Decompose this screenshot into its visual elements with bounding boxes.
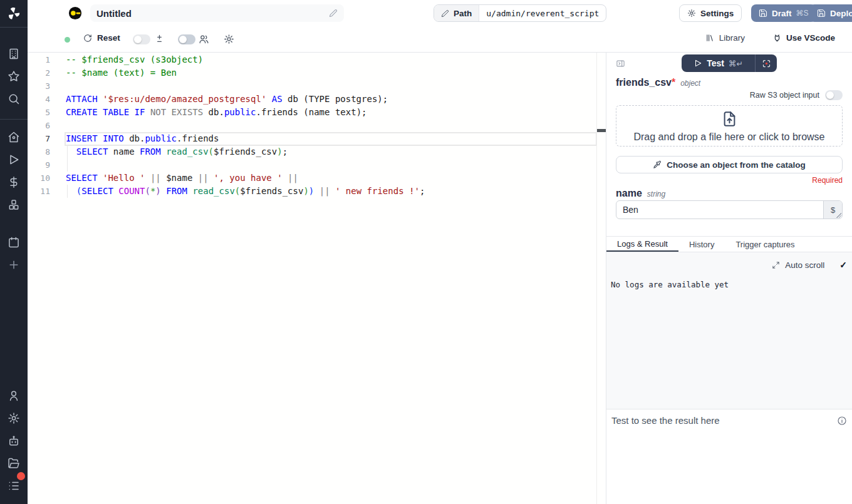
line-number: 1 bbox=[28, 53, 50, 66]
windmill-logo-icon bbox=[7, 7, 21, 21]
sidebar-logo[interactable] bbox=[0, 0, 28, 28]
sidebar-divider bbox=[0, 119, 28, 120]
edit-title-pencil-icon[interactable] bbox=[329, 9, 338, 18]
choose-object-label: Choose an object from the catalog bbox=[667, 160, 805, 170]
dropzone-text: Drag and drop a file here or click to br… bbox=[633, 131, 824, 143]
sidebar-item-dollar[interactable] bbox=[0, 171, 28, 193]
code-line-11[interactable]: 11 (SELECT COUNT(*) FROM read_csv($frien… bbox=[28, 185, 606, 198]
use-vscode-button[interactable]: Use VScode bbox=[772, 33, 835, 43]
pipette-icon bbox=[653, 160, 662, 169]
autoscroll-toggle[interactable]: Auto scroll ✓ bbox=[772, 260, 847, 270]
settings-button[interactable]: Settings bbox=[679, 4, 742, 22]
line-number: 5 bbox=[28, 106, 50, 119]
required-star: * bbox=[672, 77, 675, 88]
code-line-2[interactable]: 2-- $name (text) = Ben bbox=[28, 66, 606, 80]
tab-history[interactable]: History bbox=[678, 237, 725, 252]
code-line-3[interactable]: 3 bbox=[28, 80, 606, 93]
sidebar-item-gear[interactable] bbox=[0, 407, 28, 429]
refresh-icon bbox=[83, 34, 92, 43]
sidebar-item-plus[interactable] bbox=[0, 254, 28, 276]
panel-open-icon[interactable] bbox=[616, 59, 625, 68]
sidebar-item-home[interactable] bbox=[0, 126, 28, 148]
app-window: Untitled Path u/admin/reverent_script Se… bbox=[0, 0, 852, 504]
code-line-10[interactable]: 10SELECT 'Hello ' || $name || ', you hav… bbox=[28, 172, 606, 185]
line-number: 3 bbox=[28, 80, 50, 93]
code-line-9[interactable]: 9 bbox=[28, 158, 606, 172]
calendar-icon bbox=[8, 236, 20, 249]
users-icon bbox=[199, 34, 209, 44]
plus-minus-icon bbox=[154, 34, 165, 44]
sidebar-item-user[interactable] bbox=[0, 384, 28, 407]
multiplayer-toggle[interactable] bbox=[178, 34, 195, 44]
code-line-1[interactable]: 1-- $friends_csv (s3object) bbox=[28, 53, 606, 66]
result-placeholder: Test to see the result here bbox=[611, 415, 720, 426]
sidebar-item-calendar[interactable] bbox=[0, 231, 28, 254]
sidebar-item-search[interactable] bbox=[0, 88, 28, 110]
vscode-icon bbox=[772, 33, 782, 43]
line-number: 6 bbox=[28, 119, 50, 132]
choose-object-button[interactable]: Choose an object from the catalog bbox=[616, 156, 843, 173]
code-editor[interactable]: 1-- $friends_csv (s3object)2-- $name (te… bbox=[28, 53, 606, 504]
code-line-5[interactable]: 5CREATE TABLE IF NOT EXISTS db.public.fr… bbox=[28, 106, 606, 119]
name-input-value[interactable]: Ben bbox=[616, 201, 823, 219]
file-dropzone[interactable]: Drag and drop a file here or click to br… bbox=[616, 105, 843, 147]
editor-toolbar: Reset Library Use VScode bbox=[28, 26, 852, 53]
indent-guide bbox=[67, 145, 68, 158]
capture-icon bbox=[762, 59, 771, 68]
search-icon bbox=[8, 93, 20, 105]
editor-settings-gear-icon[interactable] bbox=[224, 34, 234, 44]
tab-trigger-captures[interactable]: Trigger captures bbox=[725, 237, 805, 252]
sidebar-item-building[interactable] bbox=[0, 43, 28, 65]
sidebar-item-boxes[interactable] bbox=[0, 193, 28, 216]
diff-toggle[interactable] bbox=[133, 34, 150, 44]
settings-label: Settings bbox=[700, 9, 734, 18]
robot-icon bbox=[8, 435, 20, 447]
code-text bbox=[50, 158, 66, 172]
sidebar-item-star[interactable] bbox=[0, 65, 28, 88]
path-value: u/admin/reverent_script bbox=[479, 5, 606, 21]
script-title: Untitled bbox=[96, 8, 132, 19]
reset-label: Reset bbox=[97, 33, 120, 43]
overview-ruler[interactable] bbox=[596, 53, 606, 504]
input-resize-handle[interactable] bbox=[836, 213, 841, 218]
code-text: -- $name (text) = Ben bbox=[50, 66, 177, 80]
test-button[interactable]: Test ⌘↵ bbox=[682, 54, 755, 72]
name-input[interactable]: Ben $ bbox=[616, 200, 843, 219]
user-icon bbox=[8, 389, 20, 402]
deploy-label: Deploy bbox=[830, 9, 852, 18]
line-number: 4 bbox=[28, 93, 50, 106]
duckdb-language-icon[interactable] bbox=[68, 6, 82, 20]
arg-name-name: name bbox=[616, 188, 642, 199]
code-line-4[interactable]: 4ATTACH '$res:u/demo/amazed_postgresql' … bbox=[28, 93, 606, 106]
use-vscode-label: Use VScode bbox=[786, 33, 835, 43]
sidebar-item-play[interactable] bbox=[0, 148, 28, 171]
code-text bbox=[50, 80, 66, 93]
gear-icon bbox=[8, 412, 20, 424]
reset-button[interactable]: Reset bbox=[83, 33, 120, 43]
deploy-button[interactable]: Deploy bbox=[809, 4, 852, 22]
code-line-6[interactable]: 6 bbox=[28, 119, 606, 132]
path-control[interactable]: Path u/admin/reverent_script bbox=[434, 4, 606, 22]
play-icon bbox=[8, 153, 20, 166]
script-title-input[interactable]: Untitled bbox=[90, 4, 344, 22]
info-icon[interactable] bbox=[837, 416, 847, 426]
code-line-8[interactable]: 8 SELECT name FROM read_csv($friends_csv… bbox=[28, 145, 606, 158]
draft-button[interactable]: Draft ⌘S bbox=[751, 4, 816, 22]
code-line-7[interactable]: 7INSERT INTO db.public.friends bbox=[28, 132, 606, 145]
arg-name-friends-csv: friends_csv* bbox=[616, 77, 675, 88]
raw-s3-toggle[interactable] bbox=[825, 90, 843, 100]
capture-button[interactable] bbox=[755, 54, 777, 72]
tab-logs-result[interactable]: Logs & Result bbox=[606, 237, 678, 252]
edit-path-pencil-icon bbox=[441, 9, 449, 18]
indent-guide bbox=[67, 158, 68, 172]
raw-s3-label: Raw S3 object input bbox=[750, 91, 819, 100]
required-badge: Required bbox=[616, 176, 843, 185]
library-button[interactable]: Library bbox=[705, 33, 745, 43]
line-number: 7 bbox=[28, 132, 50, 145]
sidebar-item-folder[interactable] bbox=[0, 452, 28, 475]
sidebar-item-list[interactable] bbox=[0, 475, 28, 497]
line-number: 2 bbox=[28, 66, 50, 80]
sidebar-item-robot[interactable] bbox=[0, 429, 28, 452]
arg-type-string: string bbox=[647, 190, 665, 198]
check-icon: ✓ bbox=[839, 260, 847, 270]
